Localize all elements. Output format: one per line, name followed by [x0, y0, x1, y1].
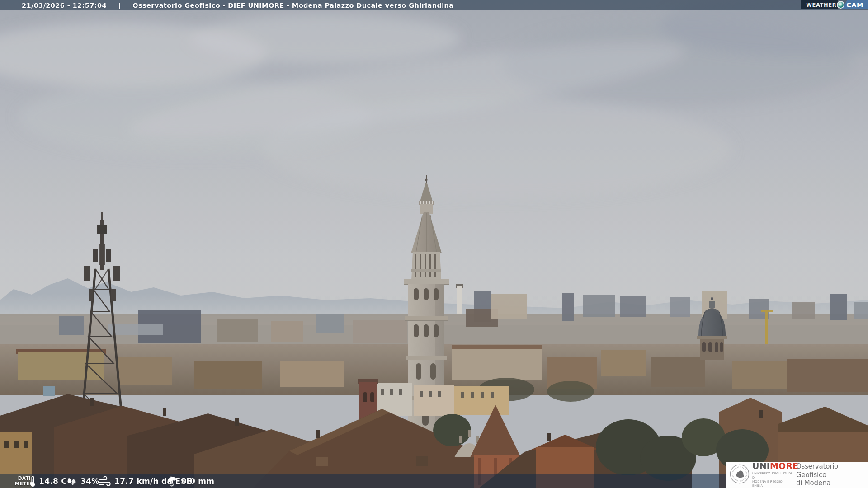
weathercam-watermark: WEATHER CAM	[801, 0, 868, 9]
org-line2: di Modena	[796, 479, 868, 488]
cam-text: CAM	[846, 1, 863, 9]
droplets-icon	[66, 476, 77, 486]
humidity-reading: 34%	[66, 474, 99, 488]
subtitle-line1: UNIVERSITÀ DEGLI STUDI DI	[752, 472, 792, 480]
weathercam-cam-label: CAM	[841, 0, 868, 9]
temperature-value: 14.8 C	[39, 477, 67, 486]
precipitation-value: 0.0 mm	[181, 477, 214, 486]
humidity-value: 34%	[80, 477, 99, 486]
university-subtitle: UNIVERSITÀ DEGLI STUDI DI MODENA E REGGI…	[752, 472, 792, 488]
org-line1: Osservatorio Geofisico	[796, 462, 868, 479]
timestamp: 21/03/2026 - 12:57:04	[22, 2, 107, 9]
brand-uni: UNI	[752, 461, 770, 471]
observatory-name: Osservatorio Geofisico di Modena	[796, 462, 868, 488]
unimore-logo-box: UNIMORE UNIVERSITÀ DEGLI STUDI DI MODENA…	[726, 462, 868, 488]
university-seal-icon	[730, 464, 750, 486]
photo-haze	[0, 0, 868, 488]
separator: |	[118, 2, 121, 9]
thermometer-icon	[30, 476, 36, 487]
temperature-reading: 14.8 C	[30, 474, 67, 488]
webcam-frame: 21/03/2026 - 12:57:04 | Osservatorio Geo…	[0, 0, 868, 488]
precipitation-reading: 0.0 mm	[166, 474, 214, 488]
wind-icon	[99, 476, 111, 486]
subtitle-line2: MODENA E REGGIO EMILIA	[752, 480, 792, 488]
brand-more: MORE	[770, 461, 798, 471]
camera-title: Osservatorio Geofisico - DIEF UNIMORE - …	[132, 2, 453, 9]
title-bar: 21/03/2026 - 12:57:04 | Osservatorio Geo…	[0, 0, 868, 10]
unimore-wordmark: UNIMORE UNIVERSITÀ DEGLI STUDI DI MODENA…	[752, 462, 792, 488]
weather-text: WEATHER	[806, 2, 836, 8]
cityscape-photo	[0, 0, 868, 488]
weathercam-weather-label: WEATHER	[801, 0, 838, 9]
umbrella-icon	[166, 476, 178, 487]
